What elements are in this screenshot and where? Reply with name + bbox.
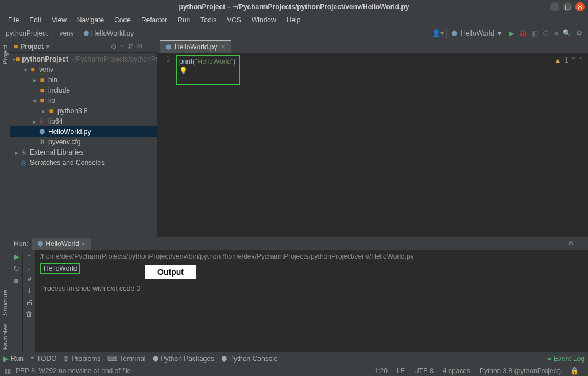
soft-wrap-icon[interactable]: ⤶ [26,275,32,283]
run-panel: Run: ⬢ HelloWorld ▾ ⚙ — ▶ ↻ ■ ↑ ↓ [10,237,588,352]
maximize-button[interactable]: ▢ [563,2,572,11]
rerun-button[interactable]: ▶ [14,252,20,261]
menu-edit[interactable]: Edit [25,15,46,25]
tree-python38[interactable]: ▸■python3.8 [10,106,157,116]
run-button[interactable]: ▶ [506,29,516,37]
stop-button[interactable]: ■ [14,277,19,285]
print-icon[interactable]: 🖨 [26,298,33,306]
annotation-label: Output [145,265,196,279]
toolwindows-icon[interactable]: ▥ [5,367,16,375]
select-opened-file-icon[interactable]: ⊙ [111,43,117,51]
hide-icon[interactable]: — [146,43,153,51]
run-config-selector[interactable]: ⬢ HelloWorld ▾ [446,28,506,39]
bottom-terminal[interactable]: ⌨Terminal [107,355,145,363]
left-toolwindow-strip: Project Structure Favorites [0,40,10,352]
menu-refactor[interactable]: Refactor [137,15,172,25]
run-output[interactable]: /home/dev/PycharmProjects/pythonProject/… [36,250,588,352]
menu-code[interactable]: Code [110,15,136,25]
run-command-line: /home/dev/PycharmProjects/pythonProject/… [40,252,583,260]
python-icon: ⬢ [451,29,457,37]
status-indent[interactable]: 4 spaces [438,367,475,375]
status-position[interactable]: 1:20 [370,367,392,375]
bottom-event-log[interactable]: ●Event Log [547,355,585,363]
menu-run[interactable]: Run [173,15,195,25]
tree-lib[interactable]: ▾■lib [10,95,157,106]
status-interpreter[interactable]: Python 3.8 (pythonProject) [475,367,566,375]
editor-tab-helloworld[interactable]: ⬢ HelloWorld.py × [160,40,231,53]
program-output: HelloWorld [40,263,80,274]
hide-icon[interactable]: — [578,240,585,248]
run-panel-header: Run: ⬢ HelloWorld ▾ ⚙ — [10,237,588,250]
chevron-up-icon[interactable]: ˄ [572,56,575,64]
status-line-separator[interactable]: LF [392,367,409,375]
status-encoding[interactable]: UTF-8 [409,367,438,375]
toolwindow-structure[interactable]: Structure [1,287,9,318]
menu-help[interactable]: Help [282,15,305,25]
run-tab[interactable]: ⬢ HelloWorld ▾ [32,238,90,250]
menu-navigate[interactable]: Navigate [72,15,109,25]
bottom-problems[interactable]: ⊘Problems [63,355,100,363]
tree-pyvenv-cfg[interactable]: 🗎pyvenv.cfg [10,137,157,147]
chevron-down-icon: ▾ [498,29,501,37]
close-button[interactable]: ✕ [575,2,585,11]
down-icon[interactable]: ↓ [28,264,31,272]
chevron-down-icon[interactable]: ▾ [46,43,49,51]
bottom-run[interactable]: ▶Run [3,355,24,363]
tree-external-libraries[interactable]: ▸⎗External Libraries [10,147,157,158]
bulb-icon[interactable]: 💡 [179,67,188,75]
up-icon[interactable]: ↑ [28,252,31,260]
expand-all-icon[interactable]: ≡ [120,43,124,51]
stop-button[interactable]: ■ [552,29,560,37]
editor-inspection-status[interactable]: ▲ 1 ˄ ˅ [554,56,582,64]
tree-root[interactable]: ▾■ pythonProject ~/PycharmProjects/pytho… [10,54,157,64]
menu-tools[interactable]: Tools [196,15,221,25]
editor-tabs: ⬢ HelloWorld.py × [157,40,588,53]
breadcrumb-sep-icon: 〉 [50,28,57,38]
run-panel-title: Run: [14,240,28,248]
breadcrumb-root[interactable]: pythonProject [3,29,50,37]
run-output-gutter: ↑ ↓ ⤶ ⤓ 🖨 🗑 [23,250,36,352]
bottom-python-packages[interactable]: ⬢Python Packages [153,355,214,363]
collapse-all-icon[interactable]: ⇵ [127,43,133,51]
search-everywhere-button[interactable]: 🔍 [560,29,574,37]
stop-button[interactable]: ↻ [13,264,20,273]
minimize-button[interactable]: – [550,2,559,11]
chevron-down-icon[interactable]: ˅ [579,56,582,64]
user-icon[interactable]: 👤▾ [430,29,446,37]
menu-view[interactable]: View [47,15,71,25]
breadcrumb-file[interactable]: HelloWorld.py [89,29,136,37]
project-pane: ■ Project ▾ ⊙ ≡ ⇵ ⚙ — ▾■ pytho [10,40,157,237]
menu-window[interactable]: Window [247,15,281,25]
profile-button[interactable]: ⏱ [540,29,552,37]
scroll-to-end-icon[interactable]: ⤓ [26,287,32,295]
tree-lib64[interactable]: ▸⎗lib64 [10,116,157,126]
breadcrumb-venv[interactable]: venv [57,29,76,37]
lock-icon[interactable]: 🔒 [566,367,583,375]
menu-vcs[interactable]: VCS [222,15,246,25]
tree-bin[interactable]: ▸■bin [10,75,157,85]
toolwindow-project[interactable]: Project [1,43,9,67]
folder-icon: ■ [14,43,18,51]
settings-button[interactable]: ⚙ [574,29,585,37]
project-tree[interactable]: ▾■ pythonProject ~/PycharmProjects/pytho… [10,53,157,237]
clear-icon[interactable]: 🗑 [26,310,33,318]
coverage-button[interactable]: ◧ [529,29,540,37]
project-pane-title: Project [20,43,44,51]
debug-button[interactable]: 🐞 [516,29,529,37]
chevron-down-icon: ▾ [82,240,85,248]
tree-venv[interactable]: ▾■venv [10,64,157,75]
menu-file[interactable]: File [3,15,24,25]
bottom-todo[interactable]: ≡TODO [30,355,56,363]
gutter-line-number: 1 [157,55,173,63]
toolwindow-favorites[interactable]: Favorites [1,321,9,352]
run-action-gutter: ▶ ↻ ■ [10,250,23,352]
bottom-python-console[interactable]: ⬢Python Console [221,355,278,363]
settings-icon[interactable]: ⚙ [137,43,143,51]
code-highlight-box: print("HelloWorld") 💡 [176,55,240,85]
close-tab-icon[interactable]: × [220,43,225,51]
settings-icon[interactable]: ⚙ [568,240,574,248]
code-editor[interactable]: 1 print("HelloWorld") 💡 ▲ 1 ˄ ˅ [157,53,588,237]
tree-scratches[interactable]: ◎Scratches and Consoles [10,158,157,168]
tree-helloworld-py[interactable]: ⬢HelloWorld.py [10,126,157,137]
tree-include[interactable]: ■include [10,85,157,95]
